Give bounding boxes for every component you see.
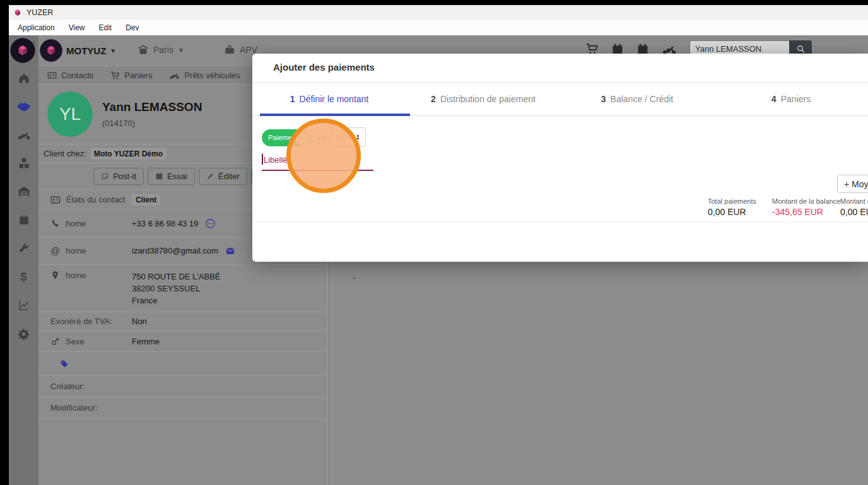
add-payments-dialog: Ajouter des paiements 1 Définir le monta…	[252, 54, 868, 262]
tab-paniers[interactable]: Paniers	[110, 71, 152, 80]
pencil-icon	[206, 172, 214, 180]
postit-button[interactable]: Post-it	[93, 168, 144, 185]
motorcycle-icon	[169, 70, 180, 81]
tab-contacts[interactable]: Contacts	[47, 71, 93, 80]
tab-label: Paniers	[124, 71, 152, 80]
total-payments: Total paiements 0,00 EUR	[708, 197, 756, 217]
sidebar-item-reports[interactable]	[16, 299, 32, 312]
button-label: Post-it	[113, 172, 136, 181]
step-label: Définir le montant	[300, 94, 369, 104]
step-label: Paniers	[781, 94, 811, 104]
sidebar-item-planning[interactable]	[16, 214, 32, 226]
building-icon	[138, 44, 149, 56]
step-number: 4	[771, 94, 777, 104]
sms-button[interactable]	[205, 218, 216, 229]
toggle-on-label: Paiement	[268, 134, 297, 141]
calendar-icon	[18, 214, 30, 226]
menu-bar: Application View Edit Dev	[9, 20, 868, 35]
gender-value: Femme	[132, 337, 160, 346]
client-of-chip[interactable]: Moto YUZER Démo	[90, 148, 167, 160]
sidebar-item-products[interactable]	[16, 157, 32, 170]
step-balance-credit[interactable]: 3 Balance / Crédit	[560, 83, 714, 115]
at-icon: @	[50, 245, 60, 256]
payment-type-select[interactable]: APV	[332, 127, 366, 147]
row-label: home	[66, 271, 86, 280]
sidebar-brand-caret-icon: ▾	[33, 39, 35, 45]
tag-icon	[60, 359, 69, 368]
row-label: Créateur:	[50, 382, 85, 391]
modifier-row: Modificateur:	[38, 397, 327, 418]
placeholder-value: -	[353, 273, 355, 283]
mail-button[interactable]	[225, 246, 235, 256]
text-cursor	[262, 154, 263, 165]
button-label: Éditer	[218, 172, 240, 181]
step-number: 3	[601, 94, 606, 104]
cubes-icon	[18, 157, 30, 170]
menu-application[interactable]: Application	[11, 21, 62, 35]
dollar-icon: $	[20, 271, 27, 283]
sidebar: ▾ $	[9, 35, 38, 485]
sms-icon	[205, 218, 216, 229]
sidebar-item-garage[interactable]	[16, 185, 32, 198]
step-payment-distribution[interactable]: 2 Distribution de paiement	[406, 83, 560, 115]
mail-icon	[225, 246, 235, 256]
app-logo-icon	[13, 8, 22, 17]
sidebar-item-settings[interactable]	[16, 327, 32, 340]
handshake-icon	[17, 100, 31, 114]
tag-button[interactable]	[60, 359, 69, 368]
sidebar-item-contacts[interactable]	[16, 100, 32, 113]
active-step-indicator	[260, 114, 410, 116]
menu-dev[interactable]: Dev	[119, 21, 146, 35]
motorcycle-icon	[17, 128, 31, 142]
wrench-icon	[18, 243, 30, 255]
chevron-down-icon: ▼	[110, 47, 116, 54]
total-label: Montant d	[840, 197, 868, 205]
org-switcher[interactable]: MOTYUZ ▼	[40, 39, 116, 62]
step-paniers[interactable]: 4 Paniers	[714, 83, 868, 115]
sidebar-item-finance[interactable]: $	[16, 271, 32, 283]
briefcase-icon	[224, 44, 235, 56]
menu-view[interactable]: View	[62, 21, 92, 35]
tags-row	[38, 351, 327, 375]
id-card-icon	[47, 71, 57, 80]
step-define-amount[interactable]: 1 Définir le montant	[252, 83, 406, 115]
org-logo	[40, 39, 62, 62]
context-switcher[interactable]: APV	[224, 44, 257, 56]
essai-button[interactable]: Essai	[148, 168, 195, 185]
button-label: + Moy	[844, 179, 868, 189]
wizard-steps: 1 Définir le montant 2 Distribution de p…	[252, 82, 868, 116]
avatar-initials: YL	[59, 104, 81, 124]
sidebar-item-vehicles[interactable]	[16, 129, 32, 141]
sidebar-item-home[interactable]	[16, 72, 32, 85]
total-value: 0,00 EU	[840, 207, 868, 217]
payment-caisse-toggle[interactable]: Paiement	[262, 129, 308, 146]
org-cube-icon	[45, 44, 57, 57]
menu-edit[interactable]: Edit	[92, 21, 119, 35]
garage-icon	[18, 185, 30, 198]
window-titlebar: YUZER	[9, 5, 868, 20]
map-marker-icon	[50, 271, 60, 280]
gender-icon	[50, 337, 60, 346]
row-label: home	[66, 246, 86, 255]
libelle-input[interactable]	[262, 170, 373, 171]
add-payment-method-button[interactable]: + Moy	[837, 175, 868, 193]
window-title: YUZER	[26, 8, 53, 17]
third-amount: Montant d 0,00 EU	[840, 197, 868, 217]
sidebar-brand-logo[interactable]	[10, 38, 35, 63]
select-value: APV	[336, 132, 353, 142]
step-label: Balance / Crédit	[611, 94, 674, 104]
edit-button[interactable]: Éditer	[199, 168, 247, 185]
site-switcher[interactable]: Paris ▼	[138, 44, 184, 56]
button-label: Essai	[167, 172, 187, 181]
chevron-down-icon: ▼	[178, 47, 184, 54]
search-icon	[796, 44, 806, 54]
phone-icon	[50, 219, 60, 228]
step-label: Distribution de paiement	[440, 94, 536, 104]
sidebar-item-workshop[interactable]	[16, 242, 32, 255]
total-label: Montant de la balance	[772, 197, 840, 205]
cart-icon	[110, 71, 120, 80]
total-value: -345,65 EUR	[772, 207, 840, 217]
dialog-title: Ajouter des paiements	[273, 62, 375, 73]
tab-label: Prêts véhicules	[184, 71, 240, 80]
tab-prets-vehicules[interactable]: Prêts véhicules	[169, 70, 240, 81]
